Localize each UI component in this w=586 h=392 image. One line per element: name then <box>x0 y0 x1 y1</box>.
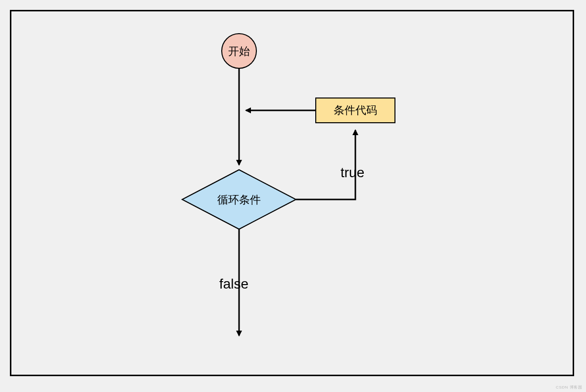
diagram-frame: 开始 条件代码 循环条件 true false <box>10 10 574 376</box>
condition-code-label: 条件代码 <box>334 104 377 116</box>
watermark: CSDN 博客园 <box>556 385 582 390</box>
false-label: false <box>219 276 248 292</box>
start-label: 开始 <box>228 45 250 57</box>
flowchart-svg: 开始 条件代码 循环条件 true false <box>11 11 573 375</box>
true-label: true <box>341 165 364 180</box>
loop-condition-label: 循环条件 <box>217 194 261 206</box>
